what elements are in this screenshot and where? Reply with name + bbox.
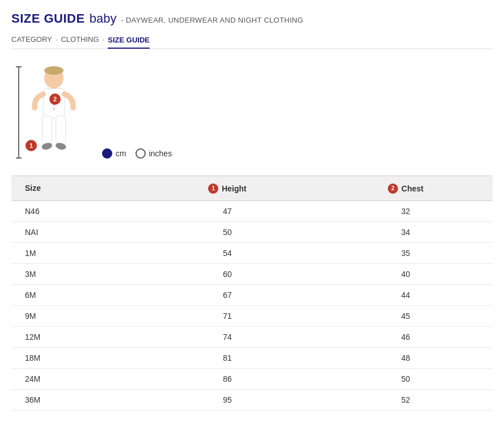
table-row: 36M9552 <box>11 389 493 410</box>
cell-size: NAI <box>11 221 136 242</box>
cell-size: 3M <box>11 263 136 284</box>
col-chest-header: 2 Chest <box>319 176 493 201</box>
table-row: N464732 <box>11 200 493 221</box>
cell-size: N46 <box>11 200 136 221</box>
cell-height: 60 <box>136 263 319 284</box>
cell-size: 1M <box>11 242 136 263</box>
svg-point-8 <box>53 108 55 110</box>
table-row: 6M6744 <box>11 284 493 305</box>
breadcrumb-category[interactable]: CATEGORY <box>11 35 52 44</box>
measurement-section: 1 2 cm inches <box>11 66 493 159</box>
table-header-row: Size 1 Height 2 Chest <box>11 176 493 201</box>
inches-label: inches <box>149 149 172 158</box>
radio-inches-empty <box>135 148 146 159</box>
cell-size: 36M <box>11 389 136 410</box>
cell-chest: 44 <box>319 284 493 305</box>
cell-chest: 35 <box>319 242 493 263</box>
cell-height: 95 <box>136 389 319 410</box>
cell-height: 71 <box>136 305 319 326</box>
size-table-wrapper: Size 1 Height 2 Chest <box>11 176 493 411</box>
height-badge: 1 <box>208 184 218 194</box>
baby-figure: 1 2 <box>26 66 91 159</box>
col-size-header: Size <box>11 176 136 201</box>
cm-option[interactable]: cm <box>102 148 126 159</box>
cell-size: 18M <box>11 347 136 368</box>
table-row: NAI5034 <box>11 221 493 242</box>
svg-rect-3 <box>42 116 52 145</box>
cell-chest: 50 <box>319 368 493 389</box>
cell-size: 24M <box>11 368 136 389</box>
cell-height: 67 <box>136 284 319 305</box>
cell-chest: 52 <box>319 389 493 410</box>
cell-size: 6M <box>11 284 136 305</box>
table-row: 3M6040 <box>11 263 493 284</box>
breadcrumb: CATEGORY › CLOTHING › SIZE GUIDE <box>11 35 493 49</box>
table-row: 24M8650 <box>11 368 493 389</box>
cell-size: 9M <box>11 305 136 326</box>
table-row: 18M8148 <box>11 347 493 368</box>
cell-height: 47 <box>136 200 319 221</box>
title-size-guide: SIZE GUIDE <box>11 11 85 26</box>
svg-point-6 <box>55 142 67 151</box>
table-row: 1M5435 <box>11 242 493 263</box>
table-body: N464732NAI50341M54353M60406M67449M714512… <box>11 200 493 410</box>
badge-1: 1 <box>26 140 37 151</box>
cell-chest: 45 <box>319 305 493 326</box>
inches-option[interactable]: inches <box>135 148 172 159</box>
cell-height: 54 <box>136 242 319 263</box>
image-container: 1 2 <box>11 66 91 159</box>
title-baby: baby <box>90 11 117 26</box>
svg-point-1 <box>44 66 63 75</box>
cell-size: 12M <box>11 326 136 347</box>
cm-label: cm <box>116 149 126 158</box>
radio-cm-filled <box>102 148 112 159</box>
col-height-header: 1 Height <box>136 176 319 201</box>
table-row: 12M7446 <box>11 326 493 347</box>
chevron-icon-2: › <box>103 36 105 43</box>
cell-height: 50 <box>136 221 319 242</box>
cell-chest: 34 <box>319 221 493 242</box>
cell-chest: 40 <box>319 263 493 284</box>
breadcrumb-size-guide: SIZE GUIDE <box>108 36 150 49</box>
chest-badge: 2 <box>388 184 398 194</box>
cell-height: 86 <box>136 368 319 389</box>
title-subtitle: - DAYWEAR, UNDERWEAR AND NIGHT CLOTHING <box>121 16 303 24</box>
svg-rect-4 <box>56 116 66 145</box>
unit-toggle: cm inches <box>102 148 172 159</box>
cell-height: 74 <box>136 326 319 347</box>
size-table: Size 1 Height 2 Chest <box>11 176 493 411</box>
breadcrumb-clothing[interactable]: CLOTHING <box>61 35 99 44</box>
chevron-icon: › <box>56 36 58 43</box>
page-title: SIZE GUIDE baby - DAYWEAR, UNDERWEAR AND… <box>11 11 493 26</box>
badge-2: 2 <box>49 93 61 105</box>
table-row: 9M7145 <box>11 305 493 326</box>
cell-height: 81 <box>136 347 319 368</box>
cell-chest: 46 <box>319 326 493 347</box>
cell-chest: 32 <box>319 200 493 221</box>
cell-chest: 48 <box>319 347 493 368</box>
